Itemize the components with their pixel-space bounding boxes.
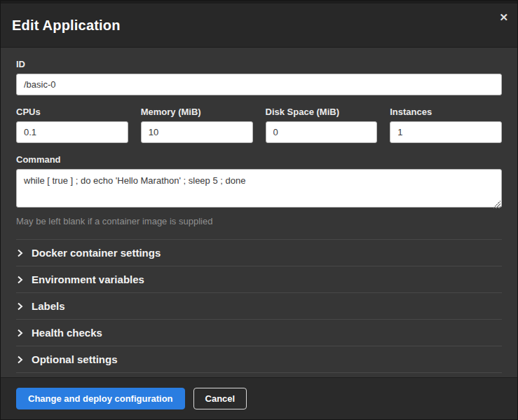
cancel-button[interactable]: Cancel: [193, 388, 247, 409]
instances-input[interactable]: [390, 121, 502, 143]
modal-title: Edit Application: [12, 18, 121, 34]
disk-label: Disk Space (MiB): [266, 107, 378, 117]
memory-input[interactable]: [141, 121, 253, 143]
close-icon[interactable]: ✕: [499, 12, 508, 22]
instances-field-group: Instances: [390, 107, 502, 143]
chevron-right-icon: [17, 302, 23, 311]
collapsible-sections: Docker container settings Environment va…: [16, 239, 502, 373]
command-field-group: Command while [ true ] ; do echo 'Hello …: [16, 154, 502, 226]
cpus-label: CPUs: [16, 107, 128, 117]
section-label: Environment variables: [32, 273, 144, 285]
cpus-input[interactable]: [16, 121, 128, 143]
command-textarea[interactable]: while [ true ] ; do echo 'Hello Marathon…: [16, 169, 502, 208]
resources-row: CPUs Memory (MiB) Disk Space (MiB) Insta…: [16, 107, 502, 143]
section-label: Docker container settings: [32, 247, 161, 259]
section-labels[interactable]: Labels: [16, 292, 502, 319]
chevron-right-icon: [17, 276, 23, 284]
modal-header: Edit Application ✕: [1, 1, 517, 48]
section-label: Optional settings: [32, 353, 118, 365]
disk-input[interactable]: [266, 121, 378, 143]
memory-field-group: Memory (MiB): [141, 107, 253, 143]
section-environment-variables[interactable]: Environment variables: [16, 266, 502, 292]
section-health-checks[interactable]: Health checks: [16, 319, 502, 346]
section-optional-settings[interactable]: Optional settings: [16, 346, 502, 372]
id-field-group: ID: [16, 59, 502, 95]
section-label: Health checks: [32, 327, 102, 339]
disk-field-group: Disk Space (MiB): [266, 107, 378, 143]
memory-label: Memory (MiB): [141, 107, 253, 117]
chevron-right-icon: [17, 249, 23, 257]
section-label: Labels: [32, 300, 65, 312]
cpus-field-group: CPUs: [16, 107, 128, 143]
resize-handle-icon[interactable]: [493, 201, 500, 208]
modal-body: ID CPUs Memory (MiB) Disk Space (MiB) In…: [1, 48, 517, 377]
section-docker-container-settings[interactable]: Docker container settings: [16, 239, 502, 266]
command-label: Command: [16, 154, 502, 165]
command-help-text: May be left blank if a container image i…: [16, 216, 502, 226]
chevron-right-icon: [17, 355, 23, 364]
submit-button[interactable]: Change and deploy configuration: [16, 388, 185, 409]
id-input[interactable]: [16, 74, 502, 95]
chevron-right-icon: [17, 329, 23, 337]
id-label: ID: [16, 59, 502, 69]
edit-application-modal: Edit Application ✕ ID CPUs Memory (MiB) …: [0, 0, 518, 420]
modal-footer: Change and deploy configuration Cancel: [1, 377, 517, 419]
instances-label: Instances: [390, 107, 502, 117]
